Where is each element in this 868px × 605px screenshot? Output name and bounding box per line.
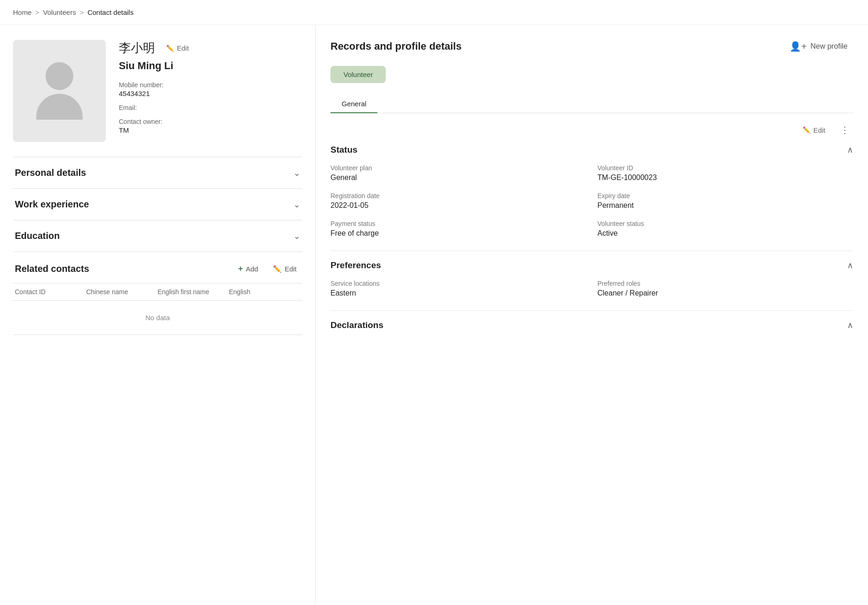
right-panel-header: Records and profile details 👤+ New profi…: [330, 38, 853, 55]
col-contact-id: Contact ID: [15, 288, 86, 296]
volunteer-status-field: Volunteer status Active: [597, 220, 853, 238]
volunteer-status-value: Active: [597, 229, 853, 238]
avatar-body: [36, 94, 83, 120]
profile-header: 李小明 ✏️ Edit Siu Ming Li Mobile number: 4…: [13, 40, 302, 142]
mobile-row: Mobile number: 45434321: [119, 81, 302, 97]
english-name: Siu Ming Li: [119, 60, 302, 72]
status-grid: Volunteer plan General Volunteer ID TM-G…: [330, 164, 853, 238]
avatar: [13, 40, 106, 142]
general-edit-button[interactable]: ✏️ Edit: [799, 124, 829, 136]
tab-volunteer[interactable]: Volunteer: [330, 66, 386, 83]
col-english-first-name: English first name: [158, 288, 229, 296]
work-experience-header[interactable]: Work experience ⌄: [13, 189, 302, 220]
education-chevron: ⌄: [293, 231, 300, 241]
general-edit-icon: ✏️: [803, 126, 810, 134]
section-tabs: General: [330, 94, 853, 113]
breadcrumb-home[interactable]: Home: [13, 8, 32, 16]
mobile-label: Mobile number:: [119, 81, 302, 89]
edit-label: Edit: [285, 265, 297, 273]
preferences-section: Preferences ∧ Service locations Eastern …: [330, 260, 853, 297]
pencil-icon-related: ✏️: [273, 265, 282, 273]
registration-date-value: 2022-01-05: [330, 201, 586, 210]
add-label: Add: [246, 265, 258, 273]
related-contacts-header: Related contacts + Add ✏️ Edit: [13, 252, 302, 283]
volunteer-id-field: Volunteer ID TM-GE-10000023: [597, 164, 853, 182]
col-chinese-name: Chinese name: [86, 288, 158, 296]
related-contacts-edit-button[interactable]: ✏️ Edit: [269, 263, 300, 275]
breadcrumb-sep2: >: [80, 8, 84, 16]
new-profile-label: New profile: [810, 42, 848, 51]
breadcrumb: Home > Volunteers > Contact details: [0, 0, 868, 25]
expiry-date-label: Expiry date: [597, 192, 853, 200]
preferred-roles-label: Preferred roles: [597, 280, 853, 287]
declarations-title: Declarations: [330, 320, 383, 330]
declarations-section-header[interactable]: Declarations ∧: [330, 320, 853, 330]
related-contacts-section: Related contacts + Add ✏️ Edit Contact I…: [13, 251, 302, 335]
plus-icon: +: [238, 264, 243, 274]
contact-owner-value: TM: [119, 126, 302, 134]
col-english-last-name: English: [229, 288, 300, 296]
chinese-name: 李小明: [119, 40, 155, 56]
preferences-section-header[interactable]: Preferences ∧: [330, 260, 853, 270]
related-contacts-add-button[interactable]: + Add: [234, 262, 262, 276]
expiry-date-field: Expiry date Permanent: [597, 192, 853, 210]
related-contacts-title: Related contacts: [15, 264, 227, 274]
profile-edit-button[interactable]: ✏️ Edit: [162, 42, 193, 54]
new-profile-icon: 👤+: [790, 41, 807, 52]
breadcrumb-volunteers[interactable]: Volunteers: [43, 8, 76, 16]
breadcrumb-current: Contact details: [87, 8, 133, 16]
service-locations-field: Service locations Eastern: [330, 280, 586, 297]
payment-status-label: Payment status: [330, 220, 586, 227]
divider-2: [330, 310, 853, 311]
right-panel: Records and profile details 👤+ New profi…: [316, 25, 868, 605]
service-locations-value: Eastern: [330, 289, 586, 297]
profile-info: 李小明 ✏️ Edit Siu Ming Li Mobile number: 4…: [119, 40, 302, 142]
contact-owner-row: Contact owner: TM: [119, 118, 302, 134]
volunteer-id-label: Volunteer ID: [597, 164, 853, 172]
breadcrumb-sep1: >: [35, 8, 39, 16]
personal-details-chevron: ⌄: [293, 168, 300, 178]
status-section-header[interactable]: Status ∧: [330, 145, 853, 155]
preferred-roles-value: Cleaner / Repairer: [597, 289, 853, 297]
left-panel: 李小明 ✏️ Edit Siu Ming Li Mobile number: 4…: [0, 25, 316, 605]
payment-status-value: Free of charge: [330, 229, 586, 238]
preferences-title: Preferences: [330, 260, 381, 270]
more-options-button[interactable]: ⋮: [836, 122, 853, 137]
mobile-value: 45434321: [119, 90, 302, 97]
profile-tabs: Volunteer: [330, 66, 853, 83]
edit-row: ✏️ Edit ⋮: [330, 122, 853, 137]
preferences-grid: Service locations Eastern Preferred role…: [330, 280, 853, 297]
registration-date-field: Registration date 2022-01-05: [330, 192, 586, 210]
work-experience-chevron: ⌄: [293, 200, 300, 210]
pencil-icon: ✏️: [166, 45, 174, 52]
declarations-section: Declarations ∧: [330, 320, 853, 330]
related-contacts-table-header: Contact ID Chinese name English first na…: [13, 283, 302, 301]
personal-details-header[interactable]: Personal details ⌄: [13, 157, 302, 188]
volunteer-id-value: TM-GE-10000023: [597, 174, 853, 182]
general-edit-label: Edit: [813, 126, 825, 134]
preferred-roles-field: Preferred roles Cleaner / Repairer: [597, 280, 853, 297]
payment-status-field: Payment status Free of charge: [330, 220, 586, 238]
avatar-head: [45, 62, 73, 90]
email-label: Email:: [119, 104, 302, 111]
education-header[interactable]: Education ⌄: [13, 220, 302, 251]
declarations-collapse-icon: ∧: [847, 320, 853, 330]
new-profile-button[interactable]: 👤+ New profile: [784, 38, 853, 55]
profile-edit-label: Edit: [177, 44, 189, 52]
contact-owner-label: Contact owner:: [119, 118, 302, 125]
expiry-date-value: Permanent: [597, 201, 853, 210]
work-experience-section: Work experience ⌄: [13, 188, 302, 220]
volunteer-status-label: Volunteer status: [597, 220, 853, 227]
education-title: Education: [15, 231, 60, 241]
records-title: Records and profile details: [330, 40, 461, 52]
volunteer-plan-field: Volunteer plan General: [330, 164, 586, 182]
divider-1: [330, 251, 853, 251]
work-experience-title: Work experience: [15, 199, 89, 210]
no-data-message: No data: [13, 301, 302, 335]
volunteer-plan-label: Volunteer plan: [330, 164, 586, 172]
service-locations-label: Service locations: [330, 280, 586, 287]
education-section: Education ⌄: [13, 220, 302, 251]
email-row: Email:: [119, 104, 302, 111]
tab-general[interactable]: General: [330, 94, 377, 113]
personal-details-section: Personal details ⌄: [13, 157, 302, 188]
